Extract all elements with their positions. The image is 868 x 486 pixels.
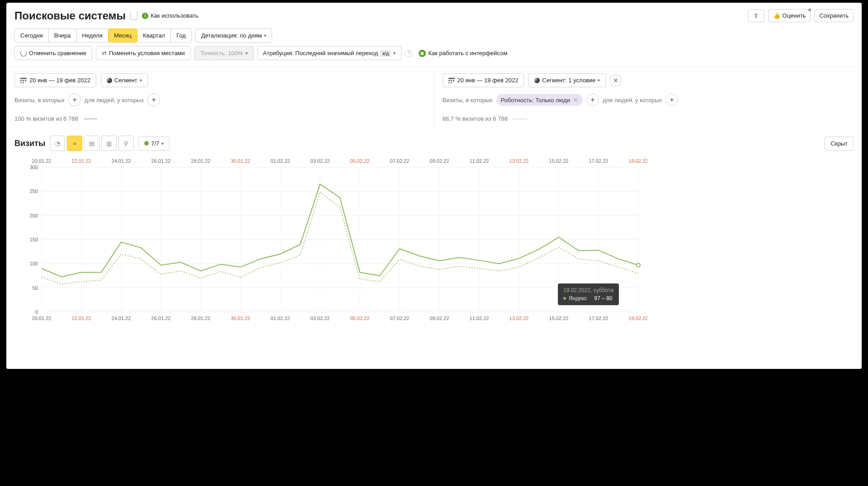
- svg-text:11.02.22: 11.02.22: [470, 316, 489, 321]
- svg-text:07.02.22: 07.02.22: [390, 158, 410, 164]
- undo-compare-label: Отменить сравнение: [29, 50, 86, 57]
- add-visit-filter-button[interactable]: +: [586, 94, 599, 106]
- view-line-button[interactable]: ≈: [67, 136, 82, 151]
- summary-text: 88,7 % визитов из 6 788: [443, 115, 508, 122]
- compass-icon: ◉: [419, 50, 426, 57]
- svg-text:22.01.22: 22.01.22: [72, 316, 91, 321]
- svg-text:24.01.22: 24.01.22: [112, 316, 131, 321]
- app-frame: Поисковые системы i Как использовать ⇪ 👍…: [6, 3, 862, 369]
- view-area-button[interactable]: ▤: [84, 136, 99, 151]
- segment-dropdown[interactable]: Сегмент: 1 условие ▾: [528, 73, 606, 87]
- svg-text:30.01.22: 30.01.22: [231, 158, 250, 164]
- bookmark-icon[interactable]: [130, 11, 137, 20]
- period-tab-5[interactable]: Год: [170, 28, 192, 42]
- save-button[interactable]: Сохранить: [814, 9, 854, 22]
- line-chart[interactable]: 05010015020025030020.01.2220.01.2222.01.…: [14, 154, 647, 326]
- view-donut-button[interactable]: ◔: [50, 136, 65, 151]
- svg-text:150: 150: [30, 237, 38, 242]
- svg-text:05.02.22: 05.02.22: [350, 316, 370, 321]
- svg-text:20.01.22: 20.01.22: [32, 158, 52, 164]
- date-range-label: 20 янв — 19 фев 2022: [458, 77, 519, 84]
- header-left: Поисковые системы i Как использовать: [14, 9, 198, 22]
- svg-text:05.02.22: 05.02.22: [350, 158, 370, 164]
- line-sample-dotted: [513, 118, 527, 119]
- period-tab-0[interactable]: Сегодня: [14, 28, 49, 42]
- chip-remove-icon[interactable]: ✕: [573, 96, 578, 104]
- visits-in-which-label: Визиты, в которых: [443, 97, 493, 104]
- svg-text:15.02.22: 15.02.22: [549, 316, 569, 321]
- svg-text:09.02.22: 09.02.22: [430, 158, 449, 164]
- accuracy-dropdown[interactable]: Точность: 100% ▾: [194, 46, 254, 60]
- svg-text:19.02.22: 19.02.22: [629, 316, 647, 321]
- svg-text:13.02.22: 13.02.22: [509, 316, 529, 321]
- svg-text:03.02.22: 03.02.22: [311, 158, 330, 164]
- interface-help-link[interactable]: ◉ Как работать с интерфейсом: [419, 50, 507, 57]
- undo-compare-button[interactable]: Отменить сравнение: [14, 46, 92, 60]
- refresh-icon: [20, 50, 27, 57]
- filter-row-left: Визиты, в которых + для людей, у которых…: [14, 94, 426, 106]
- page-title: Поисковые системы: [14, 9, 126, 22]
- svg-text:07.02.22: 07.02.22: [390, 316, 410, 321]
- period-tab-3[interactable]: Месяц: [108, 28, 137, 42]
- date-range-button[interactable]: 20 янв — 19 фев 2022: [14, 73, 96, 87]
- pie-icon: [107, 78, 112, 83]
- chevron-down-icon: ▾: [161, 141, 164, 146]
- for-people-label: для людей, у которых: [603, 97, 662, 104]
- how-to-use-link[interactable]: i Как использовать: [142, 12, 198, 19]
- svg-text:17.02.22: 17.02.22: [589, 316, 609, 321]
- visits-in-which-label: Визиты, в которых: [14, 97, 65, 104]
- swap-button[interactable]: ⇄ Поменять условия местами: [96, 46, 191, 60]
- hide-button[interactable]: Скрыт: [825, 137, 854, 151]
- summary-right: 88,7 % визитов из 6 788: [443, 115, 854, 122]
- summary-left: 100 % визитов из 6 788: [14, 115, 426, 122]
- date-range-button[interactable]: 20 янв — 19 фев 2022: [443, 73, 524, 87]
- filter-row-right: Визиты, в которых Роботность: Только люд…: [443, 94, 854, 106]
- chart-header: Визиты ◔ ≈ ▤ ▥ ⚲ 7/7 ▾ Скрыт: [6, 128, 862, 154]
- svg-text:28.01.22: 28.01.22: [191, 158, 211, 164]
- attribution-label: Атрибуция: Последний значимый переход: [263, 50, 378, 57]
- svg-text:11.02.22: 11.02.22: [470, 158, 489, 164]
- period-tab-2[interactable]: Неделя: [76, 28, 108, 42]
- chart-title: Визиты: [14, 139, 45, 148]
- export-button[interactable]: ⇪: [748, 9, 764, 22]
- view-bar-button[interactable]: ▥: [101, 136, 117, 151]
- period-tabs: СегодняВчераНеделяМесяцКварталГод: [14, 28, 192, 42]
- filter-chip-robotness[interactable]: Роботность: Только люди ✕: [496, 94, 583, 106]
- svg-text:20.01.22: 20.01.22: [32, 316, 52, 321]
- detail-dropdown[interactable]: Детализация: по дням ▾: [195, 28, 272, 42]
- calendar-icon: [20, 78, 27, 83]
- interface-help-label: Как работать с интерфейсом: [428, 50, 507, 57]
- svg-text:100: 100: [30, 261, 38, 266]
- segment-label: Сегмент: 1 условие: [542, 77, 595, 84]
- how-to-use-label: Как использовать: [151, 12, 198, 19]
- legend-count: 7/7: [151, 140, 159, 147]
- add-people-filter-button[interactable]: +: [665, 94, 678, 106]
- add-visit-filter-button[interactable]: +: [68, 94, 81, 106]
- svg-text:15.02.22: 15.02.22: [549, 158, 569, 164]
- chevron-down-icon: ▾: [264, 33, 266, 38]
- compare-panels: 20 янв — 19 фев 2022 Сегмент ▾ Визиты, в…: [6, 66, 862, 128]
- chevron-down-icon: ▾: [393, 51, 396, 56]
- legend-dropdown[interactable]: 7/7 ▾: [138, 137, 170, 151]
- svg-text:03.02.22: 03.02.22: [311, 316, 330, 321]
- svg-text:250: 250: [30, 189, 38, 194]
- legend-dot-icon: [144, 141, 149, 146]
- compare-toolbar: Отменить сравнение ⇄ Поменять условия ме…: [6, 44, 862, 62]
- period-tab-1[interactable]: Вчера: [48, 28, 77, 42]
- svg-text:13.02.22: 13.02.22: [509, 158, 529, 164]
- detail-label: Детализация: по дням: [201, 32, 262, 39]
- help-icon[interactable]: ?: [405, 50, 412, 57]
- remove-segment-button[interactable]: ✕: [610, 75, 621, 86]
- attribution-dropdown[interactable]: Атрибуция: Последний значимый переход к/…: [257, 46, 402, 60]
- panel-left: 20 янв — 19 фев 2022 Сегмент ▾ Визиты, в…: [6, 67, 434, 128]
- summary-text: 100 % визитов из 6 788: [14, 115, 78, 122]
- attribution-tag: к/д: [380, 50, 391, 57]
- period-tab-4[interactable]: Квартал: [137, 28, 171, 42]
- chart-view-buttons: ◔ ≈ ▤ ▥ ⚲: [50, 136, 134, 151]
- rate-button[interactable]: 👍 Оценить: [768, 9, 811, 22]
- svg-point-62: [637, 264, 640, 267]
- view-map-button[interactable]: ⚲: [118, 136, 134, 151]
- segment-dropdown[interactable]: Сегмент ▾: [101, 73, 148, 87]
- add-people-filter-button[interactable]: +: [147, 94, 160, 106]
- svg-text:300: 300: [30, 165, 38, 170]
